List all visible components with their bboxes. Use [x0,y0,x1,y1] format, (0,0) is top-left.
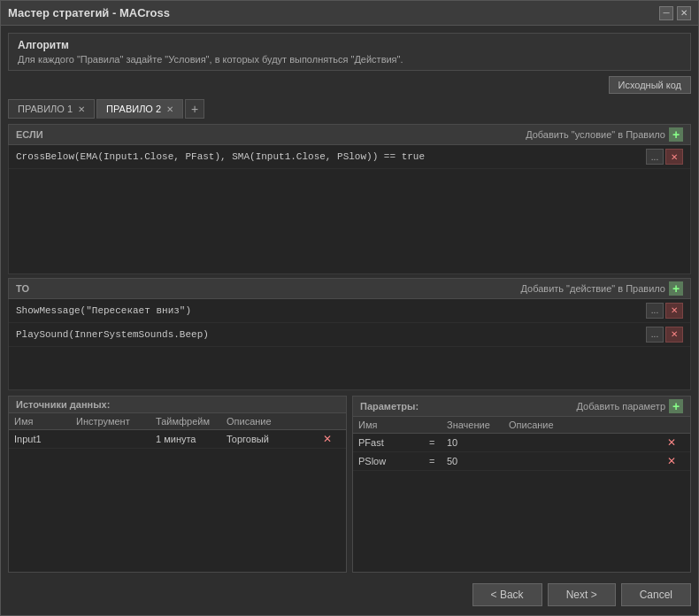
param-row2-eq: = [429,456,447,466]
tab-rule-2[interactable]: ПРАВИЛО 2 ✕ [96,99,183,119]
param-col-value: Значение [447,420,509,430]
if-section-header: ЕСЛИ Добавить "условие" в Правило + [8,124,691,145]
algorithm-description: Для каждого "Правила" задайте "Условия",… [18,54,681,65]
param-col-description: Описание [509,420,685,430]
title-controls: ─ ✕ [659,6,691,20]
rules-area: ЕСЛИ Добавить "условие" в Правило + Cros… [8,124,691,390]
param-row-1: PFast = 10 ✕ [353,434,690,452]
algorithm-title: Алгоритм [18,39,681,51]
footer: < Back Next > Cancel [8,578,691,608]
action-text-2: PlaySound(InnerSystemSounds.Beep) [16,329,641,340]
data-sources-header: Источники данных: [9,397,346,413]
data-sources-label: Источники данных: [16,399,110,410]
add-parameter-plus-icon: + [669,399,683,413]
add-action-label: Добавить "действие" в Правило [520,283,665,294]
param-row-2: PSlow = 50 ✕ [353,452,690,471]
minimize-button[interactable]: ─ [659,6,673,20]
add-tab-button[interactable]: + [185,99,204,119]
window-title: Мастер стратегий - MACross [8,6,170,19]
param-row1-remove-button[interactable]: ✕ [667,436,685,449]
add-condition-label: Добавить "условие" в Правило [526,129,665,140]
back-button[interactable]: < Back [472,583,542,606]
tab-rule-1-close[interactable]: ✕ [78,104,85,114]
parameters-panel: Параметры: Добавить параметр + Имя Значе… [352,396,691,573]
add-action-button[interactable]: Добавить "действие" в Правило + [520,281,683,296]
top-toolbar: Исходный код [8,76,691,94]
add-parameter-button[interactable]: Добавить параметр + [577,399,683,413]
parameters-header: Параметры: Добавить параметр + [353,397,690,417]
ds-row1-timeframe: 1 минута [156,434,227,444]
add-condition-button[interactable]: Добавить "условие" в Правило + [526,127,683,142]
action-row-1: ShowMessage("Пересекает вниз") ... ✕ [9,299,690,323]
actions-list: ShowMessage("Пересекает вниз") ... ✕ Pla… [8,299,691,390]
action-row-2: PlaySound(InnerSystemSounds.Beep) ... ✕ [9,323,690,347]
next-button[interactable]: Next > [548,583,616,606]
condition-dots-button[interactable]: ... [646,149,664,165]
parameters-table-header: Имя Значение Описание [353,417,690,434]
condition-remove-button[interactable]: ✕ [665,149,683,165]
tab-rule-2-close[interactable]: ✕ [166,104,173,114]
conditions-list: CrossBelow(EMA(Input1.Close, PFast), SMA… [8,145,691,274]
ds-row1-description: Торговый [227,434,323,444]
param-row2-remove-button[interactable]: ✕ [667,455,685,467]
add-condition-plus-icon: + [669,127,683,142]
to-label: ТО [16,283,29,294]
add-action-plus-icon: + [669,281,683,296]
parameters-label: Параметры: [360,401,419,412]
param-row2-value: 50 [447,456,509,466]
window-body: Алгоритм Для каждого "Правила" задайте "… [1,26,698,615]
condition-row-actions: ... ✕ [646,149,683,165]
bottom-sections: Источники данных: Имя Инструмент Таймфре… [8,396,691,573]
to-section-header: ТО Добавить "действие" в Правило + [8,278,691,299]
tab-rule-2-label: ПРАВИЛО 2 [106,104,161,114]
action-text-1: ShowMessage("Пересекает вниз") [16,305,641,316]
source-code-button[interactable]: Исходный код [609,76,692,94]
parameters-table-body: PFast = 10 ✕ PSlow = 50 ✕ [353,434,690,572]
data-sources-panel: Источники данных: Имя Инструмент Таймфре… [8,396,347,573]
action-2-dots-button[interactable]: ... [646,327,664,343]
if-section: ЕСЛИ Добавить "условие" в Правило + Cros… [8,124,691,274]
action-row-2-actions: ... ✕ [646,327,683,343]
param-row1-eq: = [429,437,447,448]
data-source-row-1: Input1 1 минута Торговый ✕ [9,430,346,449]
ds-col-name: Имя [14,416,76,427]
condition-row: CrossBelow(EMA(Input1.Close, PFast), SMA… [9,145,690,169]
data-sources-table-body: Input1 1 минута Торговый ✕ [9,430,346,572]
close-button[interactable]: ✕ [677,6,691,20]
action-1-dots-button[interactable]: ... [646,303,664,319]
if-label: ЕСЛИ [16,129,43,140]
tab-rule-1-label: ПРАВИЛО 1 [18,104,73,114]
param-col-eq [429,420,447,430]
ds-col-timeframe: Таймфрейм [156,416,227,427]
param-row1-value: 10 [447,437,509,448]
action-1-remove-button[interactable]: ✕ [665,303,683,319]
to-section: ТО Добавить "действие" в Правило + ShowM… [8,278,691,390]
param-col-name: Имя [358,420,429,430]
ds-col-description: Описание [227,416,341,427]
add-parameter-label: Добавить параметр [577,401,665,412]
cancel-button[interactable]: Cancel [621,583,691,606]
condition-text: CrossBelow(EMA(Input1.Close, PFast), SMA… [16,151,641,162]
data-sources-table-header: Имя Инструмент Таймфрейм Описание [9,413,346,430]
param-row2-name: PSlow [358,456,429,466]
algorithm-section: Алгоритм Для каждого "Правила" задайте "… [8,33,691,71]
tabs-row: ПРАВИЛО 1 ✕ ПРАВИЛО 2 ✕ + [8,99,691,119]
main-window: Мастер стратегий - MACross ─ ✕ Алгоритм … [0,0,699,616]
param-row1-name: PFast [358,437,429,448]
tab-rule-1[interactable]: ПРАВИЛО 1 ✕ [8,99,95,119]
ds-row1-name: Input1 [14,434,76,444]
action-2-remove-button[interactable]: ✕ [665,327,683,343]
ds-row1-remove-button[interactable]: ✕ [323,433,341,445]
action-row-1-actions: ... ✕ [646,303,683,319]
ds-col-instrument: Инструмент [76,416,156,427]
title-bar: Мастер стратегий - MACross ─ ✕ [1,1,698,26]
